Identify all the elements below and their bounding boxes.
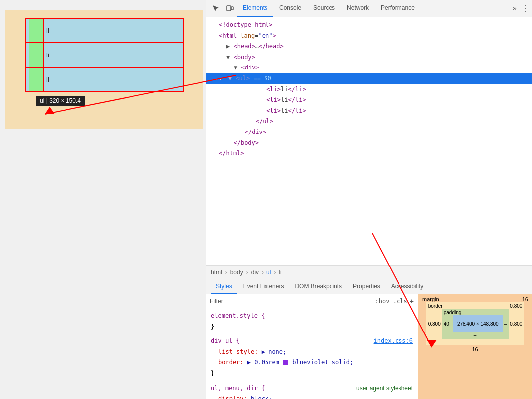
- inspect-icon[interactable]: [209, 1, 223, 15]
- svg-rect-4: [227, 6, 231, 11]
- html-tag-line[interactable]: <html lang="en">: [211, 31, 527, 42]
- li-green-2: [29, 43, 44, 66]
- padding-bottom-dash: –: [443, 332, 508, 338]
- plus-icon[interactable]: +: [410, 297, 414, 305]
- styles-tab-properties[interactable]: Properties: [348, 279, 385, 294]
- box-model-content: 278.400 × 148.800: [453, 315, 503, 332]
- breadcrumb-sep4: ›: [274, 269, 276, 276]
- li-text-1: li: [46, 27, 49, 34]
- tab-elements[interactable]: Elements: [237, 0, 273, 17]
- breadcrumb-sep1: ›: [225, 269, 227, 276]
- preview-li-3: li: [26, 67, 184, 92]
- li1-line[interactable]: <li>li</li>: [211, 84, 527, 95]
- preview-content: li li li ul | 320 × 150.4: [5, 10, 203, 129]
- doctype-line[interactable]: <!doctype html>: [211, 20, 527, 31]
- index-css-link[interactable]: index.css:6: [374, 336, 413, 347]
- breadcrumb-sep2: ›: [246, 269, 248, 276]
- more-tabs-icon[interactable]: »: [513, 4, 517, 12]
- margin-label: margin: [422, 296, 439, 302]
- html-close-line[interactable]: </html>: [211, 148, 527, 159]
- tab-network[interactable]: Network: [341, 0, 375, 17]
- body-close-line[interactable]: </body>: [211, 138, 527, 149]
- margin-top-value: 16: [522, 296, 528, 302]
- div-ul-selector: div ul {: [211, 337, 240, 344]
- border-bottom-dash: —: [427, 339, 524, 344]
- li-green-3: [29, 68, 44, 91]
- padding-dash: —: [502, 310, 507, 315]
- styles-tab-styles[interactable]: Styles: [211, 279, 237, 294]
- li-text-3: li: [46, 76, 49, 83]
- li2-line[interactable]: <li>li</li>: [211, 95, 527, 106]
- styles-content: Filter :hov .cls + element.style { } div…: [206, 294, 532, 399]
- device-icon[interactable]: [223, 1, 237, 15]
- tab-sources[interactable]: Sources: [307, 0, 341, 17]
- css-rules: element.style { } div ul { index.css:6 l…: [206, 308, 418, 399]
- filter-actions: :hov .cls +: [375, 297, 414, 305]
- li-text-2: li: [46, 51, 49, 59]
- breadcrumb-bar: html › body › div › ul › li: [206, 266, 532, 279]
- tab-console[interactable]: Console: [273, 0, 307, 17]
- border-header: border 0.800: [427, 303, 524, 309]
- hov-cls-text[interactable]: :hov .cls: [375, 298, 407, 305]
- display-prop: display: block;: [211, 394, 413, 399]
- breadcrumb-html[interactable]: html: [211, 269, 222, 276]
- styles-tab-bar: Styles Event Listeners DOM Breakpoints P…: [206, 279, 532, 294]
- body-open-line[interactable]: ▼ <body>: [211, 52, 527, 63]
- ul-menu-dir-selector: ul, menu, dir {: [211, 385, 265, 392]
- padding-label: padding: [444, 310, 462, 315]
- content-right-dash: –: [503, 321, 508, 327]
- user-agent-comment: user agent stylesheet: [356, 383, 413, 394]
- margin-left-dash: -: [420, 302, 426, 345]
- breadcrumb-li[interactable]: li: [279, 269, 281, 276]
- li3-line[interactable]: <li>li</li>: [211, 106, 527, 117]
- box-middle-row: - border 0.800 0.800 padding: [420, 302, 530, 345]
- border-left-value: 0.800: [427, 309, 442, 339]
- browser-preview: li li li ul | 320 × 150.4: [0, 0, 206, 399]
- breadcrumb-div[interactable]: div: [251, 269, 259, 276]
- box-model-margin: margin 16 - border 0.800 0.800: [418, 294, 532, 399]
- margin-bottom-value: 16: [420, 345, 530, 353]
- ul-selected-line[interactable]: ... ▼ <ul> == $0: [206, 73, 532, 84]
- tab-more-area: » ⋮: [513, 4, 530, 13]
- div-open-line[interactable]: ▼ <div>: [211, 63, 527, 73]
- breadcrumb-ul[interactable]: ul: [266, 269, 271, 276]
- box-model-padding: padding — 40 278.400 × 148.800 – –: [442, 309, 509, 339]
- li-green-1: [29, 19, 44, 42]
- breadcrumb-sep3: ›: [262, 269, 264, 276]
- border-top-value: 0.800: [510, 303, 522, 309]
- ul-close-line[interactable]: </ul>: [211, 116, 527, 127]
- preview-ul: li li li ul | 320 × 150.4: [25, 18, 184, 92]
- menu-icon[interactable]: ⋮: [522, 4, 530, 13]
- ul-tooltip: ul | 320 × 150.4: [36, 96, 85, 106]
- preview-li-1: li: [26, 18, 184, 43]
- breadcrumb-body[interactable]: body: [230, 269, 243, 276]
- styles-tab-accessibility[interactable]: Accessibility: [386, 279, 428, 294]
- border-prop: border: ▶ 0.05rem blueviolet solid;: [211, 357, 413, 368]
- margin-right-dash: -: [524, 302, 530, 345]
- div-ul-close: }: [211, 370, 214, 377]
- li-container: li li li: [26, 18, 184, 92]
- border-label: border: [428, 303, 443, 309]
- dots: ...: [211, 75, 222, 82]
- element-style-block: element.style { }: [211, 311, 413, 332]
- box-model-container: margin 16 - border 0.800 0.800: [418, 294, 532, 399]
- ul-menu-dir-rule-block: ul, menu, dir { user agent stylesheet di…: [211, 383, 413, 399]
- box-model-border: border 0.800 0.800 padding —: [426, 302, 525, 345]
- element-style-close: }: [211, 323, 214, 330]
- tab-performance[interactable]: Performance: [375, 0, 421, 17]
- devtools-bottom-panel: html › body › div › ul › li Styles Event…: [206, 265, 532, 399]
- div-close-line[interactable]: </div>: [211, 127, 527, 138]
- list-style-prop: list-style: ▶ none;: [211, 347, 413, 358]
- padding-header: padding —: [443, 310, 508, 315]
- styles-tab-event-listeners[interactable]: Event Listeners: [238, 279, 289, 294]
- div-ul-rule-block: div ul { index.css:6 list-style: ▶ none;…: [211, 336, 413, 379]
- border-middle: 0.800 padding — 40 278.400 ×: [427, 309, 524, 339]
- color-swatch-blueviolet: [283, 360, 288, 365]
- element-style-selector: element.style {: [211, 312, 265, 319]
- border-right-value: 0.800: [509, 309, 523, 339]
- content-row: 40 278.400 × 148.800 –: [443, 315, 508, 332]
- styles-tab-dom-breakpoints[interactable]: DOM Breakpoints: [290, 279, 347, 294]
- head-line[interactable]: ▶ <head>…</head>: [211, 41, 527, 52]
- styles-filter-bar: Filter :hov .cls +: [206, 294, 418, 308]
- box-margin-header: margin 16: [420, 296, 530, 302]
